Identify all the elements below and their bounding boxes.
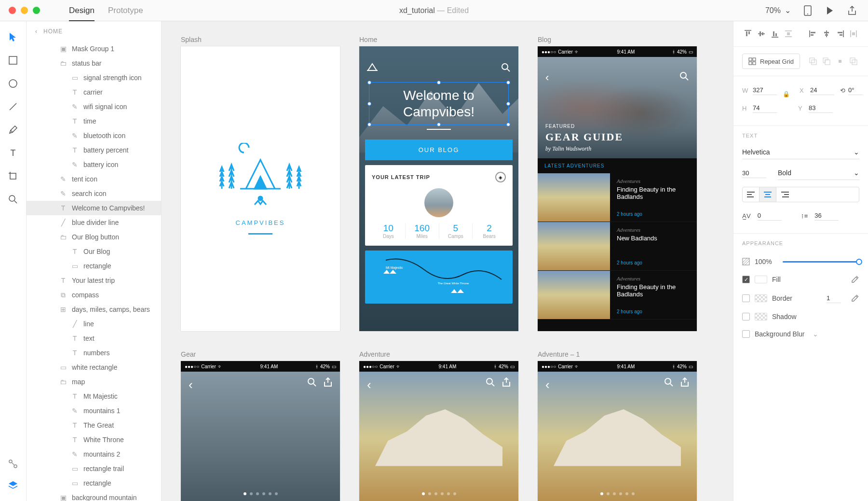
layer-item[interactable]: ⧉compass [27, 288, 161, 302]
device-preview-button[interactable] [802, 5, 813, 16]
artboard-label[interactable]: Blog [538, 36, 697, 43]
rectangle-tool[interactable] [7, 54, 19, 67]
layer-item[interactable]: ▭rectangle [27, 476, 161, 490]
layer-item[interactable]: ✎tent icon [27, 172, 161, 186]
align-middle-button[interactable] [756, 28, 767, 40]
tracking-input[interactable] [758, 211, 782, 221]
boolean-subtract-button[interactable] [821, 56, 832, 67]
layer-item[interactable]: TThe Great [27, 418, 161, 432]
layer-item[interactable]: Ttime [27, 114, 161, 128]
border-checkbox[interactable] [742, 294, 750, 302]
layers-panel-button[interactable] [7, 479, 19, 491]
layer-item[interactable]: ⊞days, miles, camps, bears [27, 302, 161, 317]
layer-item[interactable]: TWhite Throne [27, 432, 161, 447]
boolean-exclude-button[interactable] [848, 56, 859, 67]
boolean-add-button[interactable] [807, 56, 819, 67]
layer-item[interactable]: ✎wifi signal icon [27, 99, 161, 114]
layer-item[interactable]: ✎mountains 2 [27, 447, 161, 461]
layer-item[interactable]: ✎bluetooth icon [27, 128, 161, 143]
design-tab[interactable]: Design [69, 6, 95, 21]
layer-item[interactable]: TWelcome to Campvibes! [27, 201, 161, 215]
artboard-home[interactable]: Home ●●●○○Carrierᯤ 9:41 AM ᚼ42%▭ Welcome [359, 36, 518, 331]
align-right-button[interactable] [834, 28, 846, 40]
width-input[interactable] [753, 85, 777, 95]
zoom-control[interactable]: 70% ⌄ [765, 6, 791, 15]
rotation-input[interactable] [848, 85, 863, 95]
artboard-label[interactable]: Adventure [359, 350, 518, 358]
line-tool[interactable] [7, 100, 19, 113]
layer-item[interactable]: Tnumbers [27, 346, 161, 360]
layer-item[interactable]: ▭signal strength icon [27, 70, 161, 85]
font-weight-select[interactable]: Bold⌄ [778, 166, 859, 180]
opacity-slider[interactable] [783, 261, 859, 263]
layers-breadcrumb[interactable]: ‹ HOME [27, 21, 161, 42]
fill-color-swatch[interactable] [755, 276, 767, 283]
text-align-center-button[interactable] [760, 187, 776, 202]
fill-checkbox[interactable] [742, 276, 750, 283]
artboard-label[interactable]: Home [359, 36, 518, 43]
pen-tool[interactable] [7, 124, 19, 136]
layer-item[interactable]: 🗀map [27, 375, 161, 389]
layer-item[interactable]: ▭white rectangle [27, 360, 161, 375]
maximize-window-button[interactable] [33, 7, 40, 14]
artboard-blog[interactable]: Blog ●●●○○Carrierᯤ 9:41 AM ᚼ42%▭ ‹ FEATU… [538, 36, 697, 331]
artboard-adventure-1[interactable]: Adventure – 1 ●●●○○Carrierᯤ 9:41 AM ᚼ42%… [538, 350, 697, 501]
prototype-tab[interactable]: Prototype [108, 6, 143, 15]
align-top-button[interactable] [742, 28, 754, 40]
artboard-gear[interactable]: Gear ●●●○○Carrierᯤ 9:41 AM ᚼ42%▭ ‹ [181, 350, 340, 501]
x-input[interactable] [810, 85, 834, 95]
layer-item[interactable]: 🗀status bar [27, 56, 161, 70]
border-color-swatch[interactable] [755, 294, 767, 302]
height-input[interactable] [753, 103, 777, 113]
text-align-right-button[interactable] [776, 187, 793, 202]
artboard-adventure[interactable]: Adventure ●●●○○Carrierᯤ 9:41 AM ᚼ42%▭ ‹ [359, 350, 518, 501]
layer-item[interactable]: Tbattery percent [27, 143, 161, 157]
layer-item[interactable]: ▣background mountain [27, 490, 161, 501]
shadow-checkbox[interactable] [742, 313, 750, 320]
layer-item[interactable]: TYour latest trip [27, 273, 161, 288]
layer-item[interactable]: ✎battery icon [27, 157, 161, 172]
distribute-v-button[interactable] [783, 28, 794, 40]
select-tool[interactable] [7, 31, 19, 43]
layer-item[interactable]: ▭rectangle [27, 259, 161, 273]
layer-item[interactable]: Ttext [27, 331, 161, 346]
welcome-text-selected[interactable]: Welcome to Campvibes! [369, 82, 509, 125]
y-input[interactable] [809, 103, 833, 113]
layer-item[interactable]: ✎search icon [27, 186, 161, 201]
artboard-label[interactable]: Splash [181, 36, 340, 43]
artboard-splash[interactable]: Splash [181, 36, 340, 331]
layer-item[interactable]: ▣Mask Group 1 [27, 42, 161, 56]
boolean-intersect-button[interactable] [834, 56, 846, 67]
artboard-tool[interactable] [7, 170, 19, 182]
close-window-button[interactable] [9, 7, 16, 14]
lock-icon[interactable]: 🔒 [783, 91, 790, 97]
eyedropper-icon[interactable] [851, 275, 859, 284]
align-center-button[interactable] [821, 28, 832, 40]
bg-blur-checkbox[interactable] [742, 330, 750, 338]
font-size-input[interactable] [742, 168, 766, 178]
artboard-label[interactable]: Adventure – 1 [538, 350, 697, 358]
layer-item[interactable]: Tcarrier [27, 85, 161, 99]
layer-item[interactable]: ✎mountains 1 [27, 404, 161, 418]
align-bottom-button[interactable] [769, 28, 781, 40]
back-icon[interactable]: ‹ [35, 28, 38, 35]
zoom-tool[interactable] [7, 193, 19, 206]
play-preview-button[interactable] [825, 5, 835, 16]
font-family-select[interactable]: Helvetica⌄ [742, 145, 859, 159]
artboard-label[interactable]: Gear [181, 350, 340, 358]
canvas[interactable]: Splash [162, 21, 733, 501]
eyedropper-icon[interactable] [851, 294, 859, 303]
share-button[interactable] [847, 5, 857, 16]
border-width-input[interactable] [827, 293, 841, 303]
minimize-window-button[interactable] [21, 7, 28, 14]
distribute-h-button[interactable] [848, 28, 859, 40]
layer-item[interactable]: ╱blue divider line [27, 215, 161, 230]
align-left-button[interactable] [807, 28, 819, 40]
layer-item[interactable]: TMt Majestic [27, 389, 161, 404]
ellipse-tool[interactable] [7, 77, 19, 90]
symbols-panel-button[interactable] [7, 458, 19, 470]
layer-item[interactable]: 🗀Our Blog button [27, 230, 161, 244]
repeat-grid-button[interactable]: Repeat Grid [742, 54, 800, 69]
text-align-left-button[interactable] [743, 187, 760, 202]
chevron-down-icon[interactable]: ⌄ [813, 330, 818, 338]
